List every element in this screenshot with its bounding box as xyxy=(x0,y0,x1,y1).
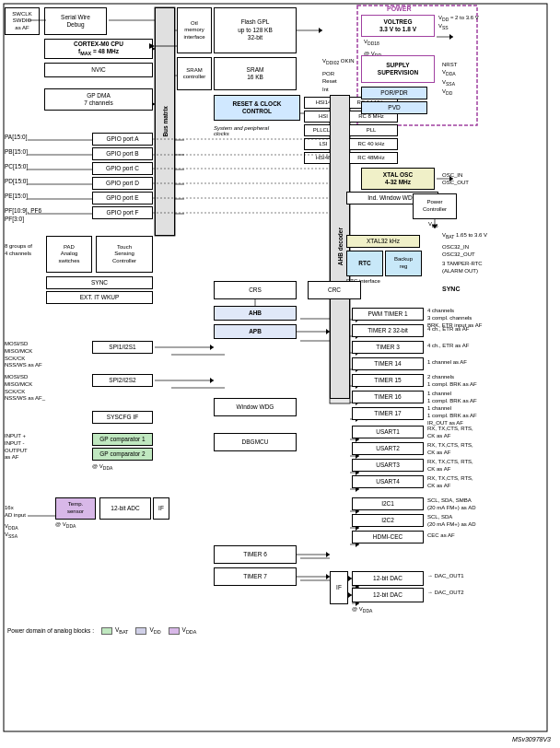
dac1-block: 12-bit DAC xyxy=(352,571,424,586)
timer15-block: TIMER 15 xyxy=(352,374,424,387)
gpdma-block: GP DMA7 channels xyxy=(44,88,153,111)
rc40-block: RC 40 kHz xyxy=(344,138,398,150)
sys-clocks-label: System and peripheralclocks xyxy=(214,125,269,136)
swd-block: Serial WireDebug xyxy=(44,7,107,35)
adc-if-block: IF xyxy=(153,497,169,520)
window-wdg-block: Window WDG xyxy=(214,398,297,416)
pwm-timer1-block: PWM TIMER 1 xyxy=(352,308,424,321)
comp2-block: GP comparator 2 xyxy=(92,448,153,461)
timer6-block: TIMER 6 xyxy=(214,545,297,564)
supply-sup-block: SUPPLYSUPERVISION xyxy=(361,55,435,83)
pf-label: PF[10:9], PF6PF[3:0] xyxy=(5,206,41,223)
vdd18-label: VDD18 xyxy=(364,39,379,46)
legend-vdd-text: VDD xyxy=(149,626,160,635)
timer17-block: TIMER 17 xyxy=(352,407,424,420)
hdmi-cec-block: HDMI-CEC xyxy=(352,531,424,543)
pll-block: PLL xyxy=(344,124,398,136)
mosi1-label: MOSI/SDMISO/MCKSCK/CKNSS/WS as AF xyxy=(5,341,42,369)
hdmi-cec-desc: CEC as AF xyxy=(427,532,455,538)
gpio-c-block: GPIO port C xyxy=(92,162,153,175)
svg-marker-71 xyxy=(319,28,322,33)
legend-vdda-text: VDDA xyxy=(182,626,197,635)
pad-analog-block: PADAnalogswitches xyxy=(46,236,92,273)
temp-sensor-block: Temp.sensor xyxy=(55,497,96,520)
gpio-b-block: GPIO port B xyxy=(92,147,153,160)
pa-label: PA[15:0] xyxy=(5,133,27,142)
legend-vbat-text: VBAT xyxy=(115,626,128,635)
diagram-container: PA[15:0] PB[15:0] PC[15:0] PD[15:0] PE[1… xyxy=(0,0,560,748)
sync-right-label: SYNC xyxy=(442,286,460,292)
timer16-desc: 1 channel1 compl. BRK as AF xyxy=(427,391,477,405)
tamper-label: 3 TAMPER-RTC(ALARM OUT) xyxy=(442,260,483,275)
dac-if-block: IF xyxy=(330,571,348,604)
dac-out2-label: → DAC_OUT2 xyxy=(427,590,464,595)
nvic-block: NVIC xyxy=(44,63,153,77)
crs-block: CRS xyxy=(214,281,297,299)
syscfg-block: SYSCFG IF xyxy=(92,411,153,424)
usart2-block: USART2 xyxy=(352,442,424,455)
timer14-desc: 1 channel as AF xyxy=(427,359,467,365)
i2c1-block: I2C1 xyxy=(352,497,424,510)
i2c2-block: I2C2 xyxy=(352,514,424,527)
rtc-block: RTC xyxy=(346,251,383,276)
osc32-label: OSC32_INOSC32_OUT xyxy=(442,243,475,259)
ad-input-label: 16xAD input xyxy=(5,505,26,520)
timer3-block: TIMER 3 xyxy=(352,341,424,354)
flash-gpl-block: Flash GPLup to 128 KB32-bit xyxy=(214,7,297,53)
diagram-ref: MSv30978V3 xyxy=(512,736,551,742)
gpio-f-block: GPIO port F xyxy=(92,206,153,219)
sram-block: SRAM16 KB xyxy=(214,57,297,90)
i2c2-desc: SCL, SDA(20 mA FM+) as AD xyxy=(427,514,476,529)
swclk-block: SWCLKSWDIOas AF xyxy=(5,7,40,35)
spi1-block: SPI1/I2S1 xyxy=(92,341,153,354)
timer17-desc: 1 channel1 compl. BRK as AFIR_OUT as AF xyxy=(427,405,477,427)
gpio-e-block: GPIO port E xyxy=(92,192,153,205)
timer3-desc: 4 ch., ETR as AF xyxy=(427,343,469,348)
backup-reg-block: Backupreg xyxy=(385,251,422,276)
vdda-adc-label: @ VDDA xyxy=(55,521,76,529)
bus-matrix-block: Bus matrix xyxy=(155,7,175,236)
timer14-block: TIMER 14 xyxy=(352,357,424,370)
svg-marker-99 xyxy=(449,34,453,40)
vdda-dac-label: @ VDDA xyxy=(352,606,372,614)
legend-vbat-box xyxy=(101,627,112,635)
dac-out1-label: → DAC_OUT1 xyxy=(427,573,464,579)
apb-block: APB xyxy=(214,324,297,339)
reset-clock-block: RESET & CLOCKCONTROL xyxy=(214,95,300,121)
legend-vdd-box xyxy=(135,627,146,635)
sram-ctrl-block: SRAMcontroller xyxy=(177,57,212,90)
por-pdr-block: POR/PDR xyxy=(361,87,427,99)
osc-in-out-label: OSC_INOSC_OUT xyxy=(442,171,469,187)
power-ctrl-block: PowerController xyxy=(413,193,457,219)
usart4-block: USART4 xyxy=(352,475,424,488)
xtal-osc-block: XTAL OSC4-32 MHz xyxy=(361,168,435,190)
gpio-d-block: GPIO port D xyxy=(92,177,153,190)
pd-label: PD[15:0] xyxy=(5,177,28,186)
vdda-vssa-label: VDDAVSSA xyxy=(5,523,18,539)
pb-label: PB[15:0] xyxy=(5,147,28,157)
power-label: POWER xyxy=(387,6,411,12)
timer2-desc: 4 ch., ETR as AF xyxy=(427,326,469,332)
input-label: INPUT +INPUT -OUTPUTas AF xyxy=(5,433,28,462)
comp1-block: GP comparator 1 xyxy=(92,433,153,446)
i2c1-desc: SCL, SDA, SMBA(20 mA FM+) as AD xyxy=(427,497,476,512)
usart3-block: USART3 xyxy=(352,459,424,472)
flash-interface-block: OtImemoryinterface xyxy=(177,7,212,53)
vdd-arrow-label: VDD = 2 to 3.6 VVSS xyxy=(438,15,479,30)
legend-container: Power domain of analog blocks : VBAT VDD… xyxy=(7,626,196,635)
vddi02-label: VDDI02 OKIN xyxy=(322,58,355,65)
mosi2-label: MOSI/SDMISO/MCKSCK/CKNSS/WS as AF_ xyxy=(5,374,45,403)
usart1-block: USART1 xyxy=(352,426,424,438)
usart2-desc: RX, TX,CTS, RTS,CK as AF xyxy=(427,442,473,457)
sync-block: SYNC xyxy=(46,276,153,289)
timer15-desc: 2 channels1 compl. BRK as AF xyxy=(427,374,477,389)
vdda-comp-label: @ VDDA xyxy=(92,463,112,471)
pvd-block: PVD xyxy=(361,101,427,114)
spi2-block: SPI2/I2S2 xyxy=(92,374,153,387)
gpio-a-block: GPIO port A xyxy=(92,133,153,146)
voltreg-block: VOLTREG3.3 V to 1.8 V xyxy=(361,15,435,37)
pc-label: PC[15:0] xyxy=(5,162,28,171)
usart1-desc: RX, TX,CTS, RTS,CK as AF xyxy=(427,426,473,440)
pe-label: PE[15:0] xyxy=(5,192,28,201)
vbb-label: VBB xyxy=(428,221,438,228)
